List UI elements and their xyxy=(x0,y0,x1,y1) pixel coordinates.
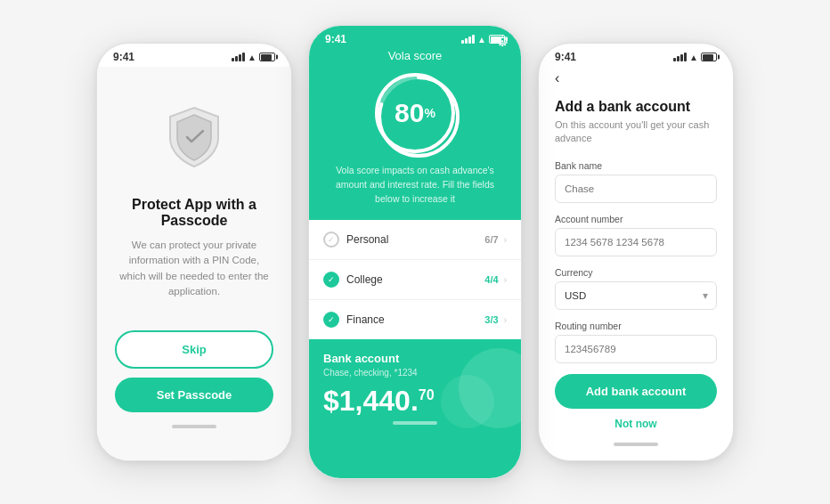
phone1-buttons: Skip Set Passcode xyxy=(115,330,273,446)
score-college: 4/4 xyxy=(484,274,498,285)
list-item-personal[interactable]: ✓ Personal 6/7 › xyxy=(309,220,521,260)
wifi-icon-2: ▲ xyxy=(477,35,486,45)
phone-1: 9:41 ▲ xyxy=(96,43,292,461)
phones-container: 9:41 ▲ xyxy=(78,7,752,497)
form-group-currency: Currency USD EUR GBP xyxy=(555,267,717,310)
score-personal: 6/7 xyxy=(484,234,498,245)
gear-icon[interactable]: ⚙ xyxy=(496,33,509,50)
routing-number-label: Routing number xyxy=(555,321,717,331)
vola-score-label: Vola score xyxy=(323,49,507,62)
phone3-content: ‹ Add a bank account On this account you… xyxy=(539,67,733,461)
home-indicator-1 xyxy=(172,425,216,428)
list-item-label-college: College xyxy=(346,273,383,286)
notch-3 xyxy=(600,44,671,60)
phone1-content: Protect App with a Passcode We can prote… xyxy=(97,67,291,460)
add-bank-account-button[interactable]: Add bank account xyxy=(555,374,717,409)
bank-name-input[interactable] xyxy=(555,175,717,203)
notch-2 xyxy=(379,26,451,42)
currency-select-wrap: USD EUR GBP xyxy=(555,281,717,310)
phone2-list: ✓ Personal 6/7 › ✓ College 4/4 › xyxy=(309,220,521,339)
back-button[interactable]: ‹ xyxy=(555,70,717,86)
skip-button[interactable]: Skip xyxy=(115,330,273,369)
notch-1 xyxy=(159,44,230,60)
status-icons-1: ▲ xyxy=(232,53,275,62)
phone1-title: Protect App with a Passcode xyxy=(115,197,273,229)
bank-card: Bank account Chase, checking, *1234 $1,4… xyxy=(309,339,521,478)
time-3: 9:41 xyxy=(555,51,576,63)
chevron-college: › xyxy=(504,275,507,285)
phone-2: 9:41 ▲ ⚙ Vola score xyxy=(308,25,522,479)
form-group-routing: Routing number xyxy=(555,321,717,363)
phone3-title: Add a bank account xyxy=(555,99,717,115)
score-ring-svg xyxy=(375,73,462,160)
phone1-description: We can protect your private information … xyxy=(115,238,273,299)
shield-icon xyxy=(154,97,234,177)
account-number-label: Account number xyxy=(555,214,717,224)
currency-select[interactable]: USD EUR GBP xyxy=(555,281,717,310)
time-2: 9:41 xyxy=(325,33,346,45)
signal-icon-1 xyxy=(232,53,245,61)
chevron-personal: › xyxy=(504,235,507,245)
bank-name-label: Bank name xyxy=(555,160,717,171)
phone3-buttons: Add bank account Not now xyxy=(555,374,717,460)
not-now-button[interactable]: Not now xyxy=(614,418,656,430)
phone2-top: ⚙ Vola score 80% Vola score impacts on c… xyxy=(309,49,521,220)
status-icons-3: ▲ xyxy=(673,53,717,62)
set-passcode-button[interactable]: Set Passcode xyxy=(115,378,273,412)
check-finance: ✓ xyxy=(323,312,339,328)
home-indicator-3 xyxy=(614,443,658,446)
bank-card-decoration-2 xyxy=(441,375,494,428)
signal-icon-3 xyxy=(673,53,687,61)
time-1: 9:41 xyxy=(113,51,134,63)
list-item-label-personal: Personal xyxy=(346,233,388,246)
home-indicator-2 xyxy=(393,421,437,425)
form-group-bank-name: Bank name xyxy=(555,160,717,203)
bank-card-cents: 70 xyxy=(419,387,435,402)
score-finance: 3/3 xyxy=(484,314,498,325)
check-college: ✓ xyxy=(323,272,339,288)
battery-icon-3 xyxy=(701,53,717,61)
list-item-college[interactable]: ✓ College 4/4 › xyxy=(309,260,521,300)
signal-icon-2 xyxy=(461,35,475,44)
score-description: Vola score impacts on cash advance's amo… xyxy=(323,164,507,206)
wifi-icon-1: ▲ xyxy=(248,53,256,62)
wifi-icon-3: ▲ xyxy=(689,53,698,62)
check-personal: ✓ xyxy=(323,232,339,248)
currency-label: Currency xyxy=(555,267,717,278)
score-circle: 80% xyxy=(375,73,455,153)
list-item-label-finance: Finance xyxy=(346,313,385,326)
phone3-subtitle: On this account you'll get your cash adv… xyxy=(555,118,717,146)
chevron-finance: › xyxy=(504,315,507,325)
account-number-input[interactable] xyxy=(555,228,717,256)
form-group-account-number: Account number xyxy=(555,214,717,256)
list-item-finance[interactable]: ✓ Finance 3/3 › xyxy=(309,300,521,339)
phone-3: 9:41 ▲ ‹ Add a bank account On this acco… xyxy=(538,43,734,461)
routing-number-input[interactable] xyxy=(555,335,717,363)
battery-icon-1 xyxy=(259,53,275,61)
